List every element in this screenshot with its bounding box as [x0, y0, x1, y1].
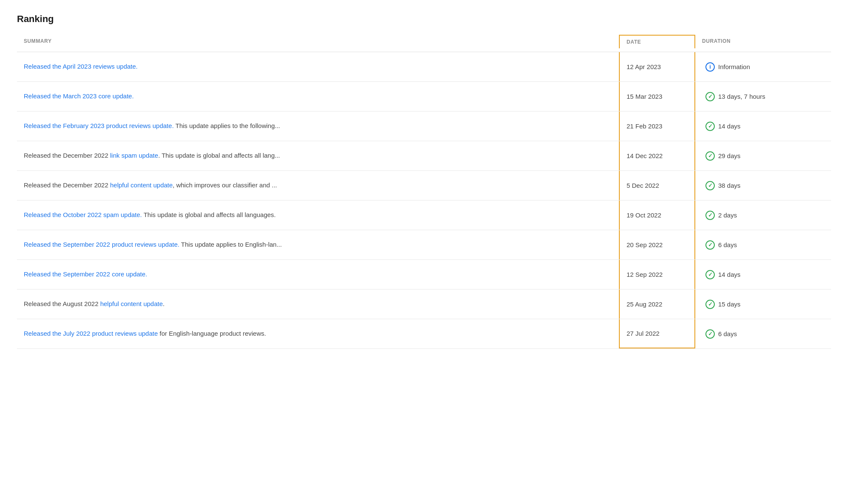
- summary-link[interactable]: Released the March 2023 core update.: [24, 92, 134, 100]
- summary-text: Released the December 2022: [24, 181, 110, 189]
- date-value: 20 Sep 2022: [627, 241, 663, 248]
- check-icon: [705, 329, 715, 339]
- table-header: SUMMARY DATE DURATION: [17, 35, 831, 52]
- duration-cell: 13 days, 7 hours: [695, 84, 831, 109]
- summary-link[interactable]: Released the April 2023 reviews update.: [24, 63, 138, 70]
- table-row: Released the August 2022 helpful content…: [17, 290, 831, 319]
- duration-value: 38 days: [718, 182, 741, 189]
- summary-link[interactable]: link spam update: [110, 152, 158, 159]
- date-cell: 21 Feb 2023: [619, 111, 695, 141]
- summary-cell: Released the September 2022 product revi…: [17, 232, 619, 257]
- table-row: Released the July 2022 product reviews u…: [17, 319, 831, 349]
- table-row: Released the December 2022 link spam upd…: [17, 141, 831, 171]
- date-cell: 12 Sep 2022: [619, 260, 695, 289]
- info-icon: i: [705, 62, 715, 72]
- summary-cell: Released the March 2023 core update.: [17, 84, 619, 109]
- table-row: Released the September 2022 core update.…: [17, 260, 831, 290]
- check-icon: [705, 240, 715, 250]
- date-cell: 15 Mar 2023: [619, 82, 695, 111]
- check-icon: [705, 151, 715, 161]
- duration-value: 29 days: [718, 152, 741, 159]
- duration-cell: 38 days: [695, 173, 831, 198]
- duration-value: 14 days: [718, 123, 741, 130]
- duration-cell: 6 days: [695, 322, 831, 346]
- date-value: 12 Sep 2022: [627, 271, 663, 278]
- date-value: 14 Dec 2022: [627, 152, 663, 159]
- summary-text: .: [163, 300, 165, 307]
- table-row: Released the December 2022 helpful conte…: [17, 171, 831, 200]
- summary-cell: Released the December 2022 link spam upd…: [17, 143, 619, 168]
- summary-text: , which improves our classifier and ...: [173, 181, 277, 189]
- duration-col-header: DURATION: [695, 35, 831, 48]
- summary-text: This update applies to English-lan...: [181, 241, 282, 248]
- date-cell: 14 Dec 2022: [619, 141, 695, 170]
- summary-cell: Released the September 2022 core update.: [17, 262, 619, 287]
- date-value: 15 Mar 2023: [627, 93, 662, 100]
- summary-link[interactable]: Released the February 2023 product revie…: [24, 122, 174, 129]
- date-value: 5 Dec 2022: [627, 182, 659, 189]
- duration-value: 6 days: [718, 241, 737, 248]
- summary-link[interactable]: Released the July 2022 product reviews u…: [24, 330, 158, 337]
- duration-value: 14 days: [718, 271, 741, 278]
- duration-value: 2 days: [718, 212, 737, 219]
- date-cell: 20 Sep 2022: [619, 230, 695, 259]
- table-row: Released the September 2022 product revi…: [17, 230, 831, 260]
- summary-link[interactable]: Released the October 2022 spam update.: [24, 211, 142, 218]
- duration-cell: 29 days: [695, 144, 831, 168]
- table-row: Released the February 2023 product revie…: [17, 111, 831, 141]
- summary-text: Released the August 2022: [24, 300, 100, 307]
- summary-text: This update applies to the following...: [175, 122, 280, 129]
- date-col-header: DATE: [619, 35, 695, 48]
- duration-cell: 6 days: [695, 233, 831, 257]
- duration-cell: 15 days: [695, 292, 831, 317]
- date-cell: 12 Apr 2023: [619, 52, 695, 81]
- summary-text: This update is global and affects all la…: [143, 211, 276, 218]
- duration-value: 15 days: [718, 301, 741, 308]
- page-title: Ranking: [17, 14, 831, 25]
- check-icon: [705, 211, 715, 220]
- duration-value: 6 days: [718, 330, 737, 337]
- summary-text: Released the December 2022: [24, 152, 110, 159]
- date-cell: 5 Dec 2022: [619, 171, 695, 200]
- check-icon: [705, 270, 715, 279]
- date-cell: 25 Aug 2022: [619, 290, 695, 319]
- check-icon: [705, 181, 715, 190]
- table-row: Released the March 2023 core update. 15 …: [17, 82, 831, 111]
- table-container: SUMMARY DATE DURATION Released the April…: [17, 35, 831, 349]
- date-value: 19 Oct 2022: [627, 212, 661, 219]
- summary-cell: Released the December 2022 helpful conte…: [17, 173, 619, 198]
- table-row: Released the October 2022 spam update. T…: [17, 200, 831, 230]
- date-value: 25 Aug 2022: [627, 301, 662, 308]
- date-value: 12 Apr 2023: [627, 63, 661, 70]
- summary-cell: Released the October 2022 spam update. T…: [17, 203, 619, 228]
- summary-link[interactable]: helpful content update: [100, 300, 163, 307]
- table-row: Released the April 2023 reviews update. …: [17, 52, 831, 82]
- duration-cell: 14 days: [695, 262, 831, 287]
- summary-link[interactable]: helpful content update: [110, 181, 173, 189]
- date-cell: 19 Oct 2022: [619, 200, 695, 230]
- duration-cell: i Information: [695, 55, 831, 79]
- date-value: 21 Feb 2023: [627, 123, 662, 130]
- summary-cell: Released the April 2023 reviews update.: [17, 54, 619, 79]
- date-value: 27 Jul 2022: [627, 330, 660, 337]
- check-icon: [705, 122, 715, 131]
- check-icon: [705, 300, 715, 309]
- duration-value: 13 days, 7 hours: [718, 93, 765, 100]
- date-cell: 27 Jul 2022: [619, 319, 695, 348]
- summary-cell: Released the August 2022 helpful content…: [17, 292, 619, 317]
- duration-cell: 2 days: [695, 203, 831, 228]
- summary-text: for English-language product reviews.: [160, 330, 266, 337]
- check-icon: [705, 92, 715, 101]
- summary-col-header: SUMMARY: [17, 35, 619, 48]
- summary-link[interactable]: Released the September 2022 core update.: [24, 270, 147, 278]
- summary-cell: Released the July 2022 product reviews u…: [17, 321, 619, 346]
- duration-value: Information: [718, 63, 750, 70]
- duration-cell: 14 days: [695, 114, 831, 139]
- summary-cell: Released the February 2023 product revie…: [17, 114, 619, 139]
- summary-link[interactable]: Released the September 2022 product revi…: [24, 241, 179, 248]
- summary-text: . This update is global and affects all …: [158, 152, 280, 159]
